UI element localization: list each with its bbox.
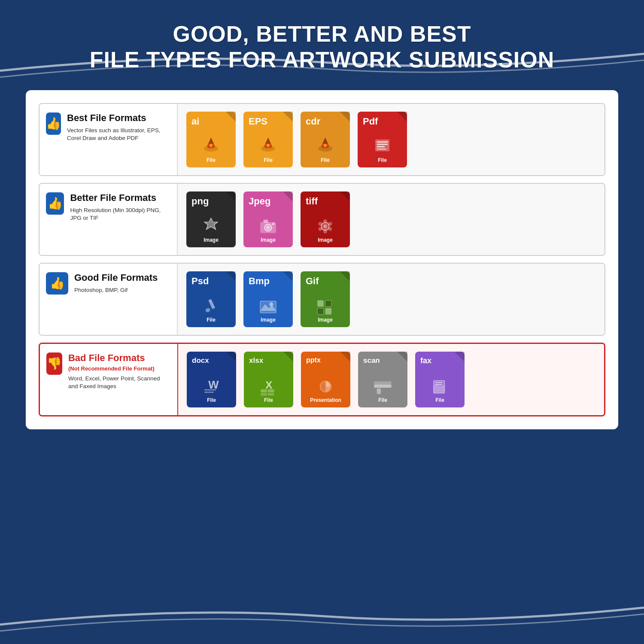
bad-desc: Word, Excel, Power Point, Scanned and Fa… — [68, 375, 169, 391]
svg-point-29 — [269, 302, 273, 306]
svg-rect-44 — [374, 381, 391, 384]
thumbs-up-good-icon: 👍 — [46, 272, 68, 295]
svg-point-1 — [210, 143, 213, 146]
svg-rect-8 — [377, 143, 388, 145]
svg-point-16 — [272, 223, 275, 225]
best-files: ai File EPS — [177, 104, 605, 175]
better-title: Better File Formats — [70, 192, 168, 204]
better-row: 👍 Better File Formats High Resolution (M… — [39, 183, 605, 256]
svg-text:X: X — [265, 379, 272, 390]
thumbs-down-icon: 👎 — [46, 352, 62, 375]
ai-file-icon: ai File — [186, 112, 236, 167]
fax-file-icon: fax File — [415, 352, 465, 407]
svg-marker-11 — [204, 218, 218, 230]
pdf-file-icon: Pdf File — [358, 112, 407, 167]
good-desc: Photoshop, BMP, Gif — [74, 286, 158, 295]
bad-subtitle: (Not Recommended File Format) — [68, 365, 169, 372]
svg-rect-25 — [208, 299, 215, 309]
best-left-panel: 👍 Best File Formats Vector Files such as… — [39, 104, 177, 175]
best-title: Best File Formats — [67, 112, 168, 124]
docx-file-label: File — [207, 397, 216, 403]
svg-point-3 — [267, 143, 270, 146]
better-desc: High Resolution (Min 300dpi) PNG, JPG or… — [70, 207, 168, 223]
tiff-graphic — [313, 213, 337, 237]
thumbs-up-icon: 👍 — [46, 112, 61, 135]
ai-graphic — [199, 134, 223, 157]
svg-rect-30 — [317, 300, 324, 307]
docx-file-icon: docx W File — [187, 352, 236, 407]
docx-graphic: W — [200, 374, 223, 397]
xlsx-file-icon: xlsx X File — [244, 352, 293, 407]
svg-rect-47 — [435, 382, 443, 383]
xlsx-graphic: X — [257, 374, 280, 397]
svg-point-19 — [323, 219, 327, 223]
svg-rect-33 — [325, 308, 332, 314]
bad-title: Bad File Formats — [68, 352, 169, 364]
svg-rect-7 — [377, 141, 388, 143]
good-title: Good File Formats — [74, 272, 158, 283]
good-row: 👍 Good File Formats Photoshop, BMP, Gif … — [39, 263, 605, 336]
svg-rect-38 — [261, 389, 267, 392]
bad-row: 👎 Bad File Formats (Not Recommended File… — [39, 343, 605, 416]
svg-point-22 — [328, 222, 332, 225]
tiff-file-icon: tiff Image — [301, 191, 350, 247]
svg-rect-27 — [260, 301, 276, 313]
gif-file-label: Image — [318, 317, 333, 323]
svg-rect-32 — [317, 308, 324, 314]
png-file-icon: png Image — [186, 191, 236, 247]
svg-rect-36 — [204, 392, 214, 393]
best-desc: Vector Files such as Illustrator, EPS, C… — [67, 127, 168, 143]
svg-rect-41 — [268, 393, 274, 395]
svg-text:W: W — [208, 378, 219, 390]
svg-rect-31 — [325, 300, 332, 307]
bad-left-panel: 👎 Bad File Formats (Not Recommended File… — [40, 344, 177, 415]
svg-rect-35 — [204, 389, 216, 390]
page-title: GOOD, BETTER AND BEST FILE TYPES FOR ART… — [26, 21, 618, 73]
eps-graphic — [256, 134, 280, 157]
svg-point-24 — [328, 227, 332, 231]
bmp-file-label: Image — [261, 317, 276, 323]
pdf-file-label: File — [378, 157, 387, 163]
psd-graphic — [199, 293, 223, 317]
bmp-graphic — [256, 293, 280, 317]
good-label-area: Good File Formats Photoshop, BMP, Gif — [74, 272, 158, 295]
header: GOOD, BETTER AND BEST FILE TYPES FOR ART… — [0, 0, 644, 86]
better-label-area: Better File Formats High Resolution (Min… — [70, 192, 168, 223]
better-left-panel: 👍 Better File Formats High Resolution (M… — [39, 184, 177, 255]
cdr-graphic — [313, 134, 337, 157]
jpeg-graphic — [256, 213, 280, 237]
svg-rect-39 — [268, 389, 274, 392]
svg-rect-9 — [377, 146, 385, 147]
svg-rect-40 — [261, 393, 267, 395]
good-left-panel: 👍 Good File Formats Photoshop, BMP, Gif — [39, 264, 177, 335]
best-label-area: Best File Formats Vector Files such as I… — [67, 112, 168, 143]
main-container: GOOD, BETTER AND BEST FILE TYPES FOR ART… — [0, 0, 644, 644]
pptx-file-label: Presentation — [310, 397, 341, 403]
xlsx-file-label: File — [264, 397, 273, 403]
scan-file-icon: scan File — [358, 352, 407, 407]
svg-rect-45 — [377, 388, 381, 394]
png-file-label: Image — [204, 237, 219, 243]
bad-label-area: Bad File Formats (Not Recommended File F… — [68, 352, 169, 391]
scan-graphic — [371, 374, 395, 397]
good-files: Psd File Bmp — [177, 264, 605, 335]
eps-file-label: File — [264, 157, 273, 163]
thumbs-up-better-icon: 👍 — [46, 192, 64, 215]
svg-rect-15 — [264, 219, 268, 222]
pptx-graphic — [314, 374, 337, 397]
jpeg-file-label: Image — [261, 237, 276, 243]
svg-point-21 — [318, 222, 322, 225]
cdr-file-label: File — [321, 157, 330, 163]
psd-file-label: File — [207, 317, 216, 323]
svg-point-18 — [323, 224, 327, 228]
pdf-graphic — [371, 134, 394, 157]
psd-file-icon: Psd File — [186, 271, 236, 327]
svg-point-26 — [205, 307, 211, 313]
svg-rect-48 — [435, 384, 443, 385]
tiff-file-label: Image — [318, 237, 333, 243]
best-row: 👍 Best File Formats Vector Files such as… — [39, 103, 605, 176]
gif-graphic — [313, 293, 337, 317]
gif-file-icon: Gif Image — [301, 271, 350, 327]
svg-point-14 — [266, 225, 270, 229]
better-files: png Image Jpeg — [177, 184, 605, 255]
